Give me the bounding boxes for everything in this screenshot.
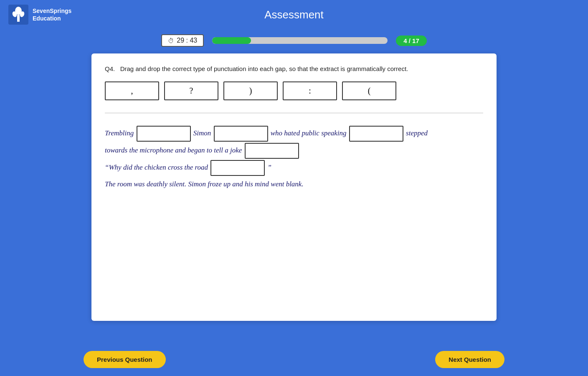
footer: Previous Question Next Question — [0, 343, 588, 376]
progress-label: 4 / 17 — [396, 36, 427, 46]
question-text: Drag and drop the correct type of punctu… — [120, 65, 408, 72]
svg-rect-0 — [17, 15, 20, 22]
drop-zone-4[interactable] — [245, 143, 299, 159]
drop-zone-2[interactable] — [214, 126, 268, 142]
text-stepped: stepped — [406, 129, 428, 137]
last-line-text: The room was deathly silent. Simon froze… — [105, 180, 304, 188]
drop-zone-5[interactable] — [210, 160, 265, 176]
timer-value: 29 : 43 — [177, 37, 197, 44]
text-trembling: Trembling — [105, 129, 134, 137]
text-simon: Simon — [193, 129, 211, 137]
divider — [105, 113, 483, 113]
punct-colon[interactable]: : — [283, 81, 337, 100]
main-content: Q4. Drag and drop the correct type of pu… — [0, 53, 588, 343]
punct-close-paren[interactable]: ) — [223, 81, 278, 100]
punctuation-options-row: , ? ) : ( — [105, 81, 483, 100]
timer-icon: ⏱ — [168, 37, 174, 44]
previous-question-button[interactable]: Previous Question — [84, 351, 166, 368]
last-line: The room was deathly silent. Simon froze… — [105, 180, 483, 188]
question-instruction: Q4. Drag and drop the correct type of pu… — [105, 65, 483, 72]
next-question-button[interactable]: Next Question — [435, 351, 504, 368]
logo-area: SevenSprings Education — [8, 5, 71, 25]
text-closing-quote: ” — [268, 163, 271, 171]
punct-open-paren[interactable]: ( — [342, 81, 396, 100]
page-title: Assessment — [264, 8, 324, 21]
text-why-before: “Why did the chicken cross the road — [105, 163, 208, 171]
question-card: Q4. Drag and drop the correct type of pu… — [91, 53, 497, 321]
text-towards: towards the microphone and began to tell… — [105, 146, 242, 154]
progress-bar-container — [212, 37, 388, 44]
punct-comma[interactable]: , — [105, 81, 159, 100]
timer-box: ⏱ 29 : 43 — [161, 34, 204, 47]
progress-bar-fill — [212, 37, 251, 44]
header: SevenSprings Education Assessment — [0, 0, 588, 29]
text-who-hated: who hated public speaking — [271, 129, 347, 137]
logo-icon — [8, 5, 28, 25]
drop-zone-3[interactable] — [349, 126, 403, 142]
punct-question[interactable]: ? — [164, 81, 218, 100]
extract-area: Trembling Simon who hated public speakin… — [105, 125, 483, 176]
progress-area: ⏱ 29 : 43 4 / 17 — [0, 29, 588, 53]
question-number: Q4. — [105, 65, 115, 72]
logo-text: SevenSprings Education — [33, 7, 71, 22]
drop-zone-1[interactable] — [137, 126, 191, 142]
